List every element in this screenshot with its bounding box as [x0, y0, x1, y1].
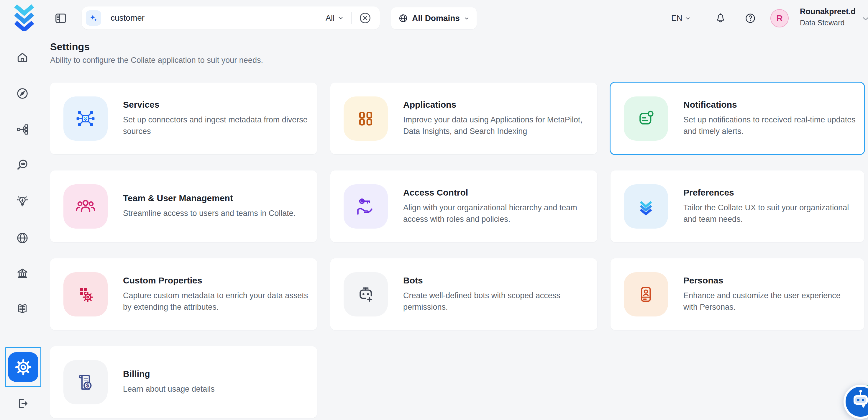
card-billing[interactable]: $ Billing Learn about usage details: [50, 346, 317, 418]
search-scope-dropdown[interactable]: All: [326, 13, 344, 23]
card-custom-properties[interactable]: Custom Properties Capture custom metadat…: [50, 258, 317, 330]
card-team-user-management[interactable]: Team & User Management Streamline access…: [50, 171, 317, 242]
card-personas[interactable]: Personas Enhance and customize the user …: [611, 258, 864, 330]
language-label: EN: [671, 14, 682, 23]
card-notifications[interactable]: Notifications Set up notifications to re…: [611, 83, 864, 154]
chat-bot-button[interactable]: [842, 384, 868, 420]
sidebar-item-glossary[interactable]: [16, 302, 29, 316]
globe-icon: [398, 13, 408, 23]
card-title: Notifications: [683, 100, 856, 110]
card-description: Align with your organizational hierarchy…: [403, 202, 589, 225]
services-icon: [63, 96, 107, 141]
search-divider: [351, 12, 351, 24]
logout-icon: [16, 397, 29, 410]
billing-icon: $: [63, 360, 107, 404]
card-description: Streamline access to users and teams in …: [123, 208, 309, 219]
notifications-bell-icon[interactable]: [715, 12, 726, 24]
card-title: Access Control: [403, 187, 589, 198]
card-title: Services: [123, 100, 309, 110]
user-role: Data Steward: [800, 19, 856, 27]
compass-icon: [16, 87, 29, 100]
card-title: Team & User Management: [123, 193, 309, 203]
sidebar-item-explore[interactable]: [16, 87, 29, 100]
page-title: Settings: [50, 41, 90, 53]
sidebar-item-lineage[interactable]: [16, 122, 29, 136]
robot-icon: [842, 384, 868, 420]
card-description: Tailor the Collate UX to suit your organ…: [683, 202, 856, 225]
bank-icon: [16, 267, 29, 280]
lightbulb-icon: [16, 195, 29, 208]
card-services[interactable]: Services Set up connectors and ingest me…: [50, 83, 317, 154]
page-subtitle: Ability to configure the Collate applica…: [50, 56, 263, 65]
notifications-icon: [624, 96, 668, 141]
book-icon: [16, 302, 29, 316]
sidebar-item-insights[interactable]: [16, 195, 29, 208]
user-avatar[interactable]: R: [770, 9, 789, 27]
team-icon: [63, 184, 107, 229]
card-description: Create well-defined bots with scoped acc…: [403, 290, 589, 313]
personas-icon: [624, 272, 668, 317]
domains-label: All Domains: [412, 13, 460, 23]
card-access-control[interactable]: Access Control Align with your organizat…: [330, 171, 597, 242]
sidebar-item-home[interactable]: [16, 51, 29, 64]
sidebar-item-domains[interactable]: [16, 231, 29, 245]
card-title: Applications: [403, 100, 589, 110]
magnifier-eye-icon: [16, 158, 29, 171]
sidebar-item-govern[interactable]: [16, 267, 29, 280]
bots-icon: [344, 272, 388, 317]
avatar-initial: R: [776, 13, 783, 23]
globe-icon: [16, 231, 29, 245]
domains-dropdown[interactable]: All Domains: [391, 7, 476, 29]
gear-icon: [15, 359, 32, 376]
profile-chevron-icon[interactable]: [861, 13, 868, 24]
preferences-icon: [624, 184, 668, 229]
svg-text:$: $: [86, 383, 89, 388]
sidebar-item-observability[interactable]: [16, 158, 29, 171]
user-name: Rounakpreet.d: [800, 7, 856, 16]
search-scope-label: All: [326, 13, 335, 23]
card-title: Billing: [123, 369, 309, 379]
ai-sparkle-icon[interactable]: [86, 10, 101, 26]
global-search-bar[interactable]: All: [82, 6, 380, 30]
applications-icon: [344, 96, 388, 141]
card-description: Capture custom metadata to enrich your d…: [123, 290, 309, 313]
clear-search-button[interactable]: [359, 11, 372, 25]
settings-card-grid: Services Set up connectors and ingest me…: [50, 83, 864, 418]
chevron-down-icon: [337, 15, 344, 21]
card-description: Set up notifications to received real-ti…: [683, 114, 856, 137]
card-title: Preferences: [683, 187, 856, 198]
card-description: Set up connectors and ingest metadata fr…: [123, 114, 309, 137]
chevron-down-icon: [685, 16, 691, 22]
help-icon[interactable]: [744, 12, 756, 24]
sidebar-item-logout[interactable]: [16, 397, 29, 410]
user-profile[interactable]: Rounakpreet.d Data Steward: [800, 7, 856, 27]
settings-active-button[interactable]: [8, 352, 38, 382]
card-description: Improve your data using Applications for…: [403, 114, 589, 137]
search-input[interactable]: [110, 13, 326, 23]
flow-tree-icon: [16, 122, 29, 136]
sidebar: [0, 0, 45, 420]
card-description: Learn about usage details: [123, 384, 309, 395]
custom-properties-icon: [63, 272, 107, 317]
sidebar-item-settings-active[interactable]: [5, 347, 41, 387]
card-description: Enhance and customize the user experienc…: [683, 290, 856, 313]
access-control-icon: [344, 184, 388, 229]
card-preferences[interactable]: Preferences Tailor the Collate UX to sui…: [611, 171, 864, 242]
home-icon: [16, 51, 29, 64]
card-title: Bots: [403, 275, 589, 286]
language-dropdown[interactable]: EN: [671, 0, 691, 36]
card-bots[interactable]: Bots Create well-defined bots with scope…: [330, 258, 597, 330]
sidebar-toggle-icon[interactable]: [54, 11, 67, 25]
chevron-down-icon: [464, 16, 469, 21]
card-title: Custom Properties: [123, 275, 309, 286]
card-title: Personas: [683, 275, 856, 286]
card-applications[interactable]: Applications Improve your data using App…: [330, 83, 597, 154]
